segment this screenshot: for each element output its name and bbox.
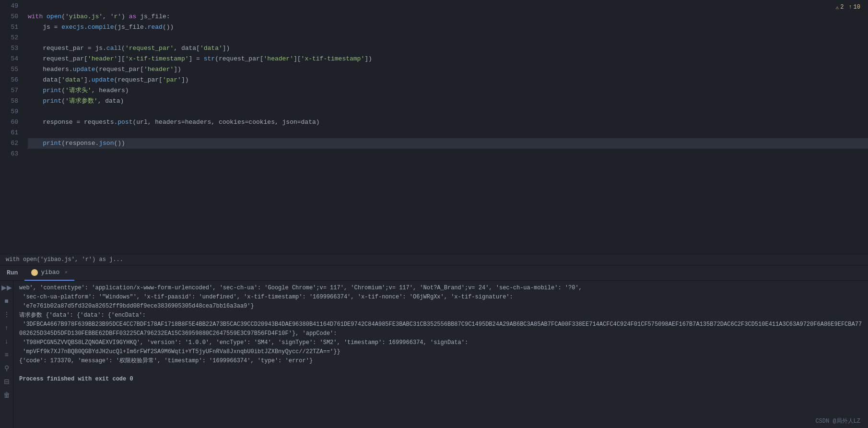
breadcrumb: with open('yibao.js', 'r') as j... (0, 254, 868, 265)
console-line-10: Process finished with exit code 0 (19, 375, 862, 384)
console-line-1: web', 'contenttype': 'application/x-www-… (19, 284, 862, 293)
line-numbers: 49 50 51 52 53 54 55 56 57 58 59 60 61 6… (0, 0, 24, 254)
code-line-58: print('请求参数', data) (28, 96, 868, 107)
code-line-49 (28, 1, 868, 12)
trash-button[interactable]: 🗑 (2, 390, 11, 400)
arrow-count: ↑ 10 (848, 4, 860, 11)
console-line-9 (19, 366, 862, 375)
code-content[interactable]: with open('yibao.js', 'r') as js_file: j… (24, 0, 868, 254)
play-button[interactable]: ▶▶ (0, 283, 13, 292)
line-num-62: 62 (0, 138, 18, 149)
warnings-badge: ⚠ 2 ↑ 10 (836, 4, 860, 11)
console-line-2: 'sec-ch-ua-platform': '"Windows"', 'x-ti… (19, 293, 862, 302)
line-num-59: 59 (0, 107, 18, 117)
tab-run-icon (31, 269, 38, 276)
lines-button[interactable]: ≡ (3, 350, 9, 359)
console-output[interactable]: web', 'contenttype': 'application/x-www-… (13, 281, 868, 428)
arrow-down-button[interactable]: ↓ (4, 336, 9, 346)
line-num-55: 55 (0, 64, 18, 75)
console-line-8: {'code': 173370, 'message': '权限校验异常', 't… (19, 357, 862, 366)
line-num-51: 51 (0, 22, 18, 33)
bottom-panel: Run yibao × ▶▶ ■ ⋮ ↑ ↓ ≡ ⚲ ⊟ 🗑 web', 'co… (0, 265, 868, 428)
line-num-60: 60 (0, 117, 18, 128)
code-line-53: request_par = js.call('request_par', dat… (28, 43, 868, 54)
tab-yibao[interactable]: yibao × (24, 265, 74, 281)
console-line-3: 'e7e761b02a87d5fd320a82652ff9bdd08f9ece3… (19, 302, 862, 311)
attribution: CSDN @局外人LZ (815, 417, 860, 425)
panel-tabs: Run yibao × (0, 265, 868, 281)
arrow-number: 10 (854, 4, 860, 11)
console-line-7: 'mpVFf9k7XJ7nBQB0QGBYdJH2ucQl+Im6rFWf2SA… (19, 347, 862, 357)
code-line-59 (28, 107, 868, 117)
tab-yibao-label: yibao (41, 269, 59, 276)
line-num-50: 50 (0, 12, 18, 22)
console-line-6: 'T98HPCGN5ZVVQBS8LZQNOAEXVI9GYHKQ', 'ver… (19, 338, 862, 347)
code-line-57: print('请求头', headers) (28, 85, 868, 96)
panel-body: ▶▶ ■ ⋮ ↑ ↓ ≡ ⚲ ⊟ 🗑 web', 'contenttype': … (0, 281, 868, 428)
code-line-50: with open('yibao.js', 'r') as js_file: (28, 12, 868, 22)
line-num-52: 52 (0, 33, 18, 43)
console-line-5: '3DFBCA4667B978F639BB23B95DCE4CC7BDF178A… (19, 320, 862, 338)
console-line-4: 请求参数 {'data': {'data': {'encData': (19, 311, 862, 320)
editor-area: ⚠ 2 ↑ 10 49 50 51 52 53 54 55 56 57 58 5… (0, 0, 868, 265)
warning-number: 2 (840, 4, 844, 11)
menu-button[interactable]: ⋮ (2, 309, 11, 319)
code-line-54: request_par['header']['x-tif-timestamp']… (28, 54, 868, 64)
line-num-53: 53 (0, 43, 18, 54)
arrow-up-button[interactable]: ↑ (4, 323, 9, 333)
line-num-49: 49 (0, 1, 18, 12)
line-num-56: 56 (0, 75, 18, 85)
code-line-55: headers.update(request_par['header']) (28, 64, 868, 75)
filter-button[interactable]: ⊟ (3, 377, 11, 386)
code-container: 49 50 51 52 53 54 55 56 57 58 59 60 61 6… (0, 0, 868, 254)
line-num-54: 54 (0, 54, 18, 64)
line-num-58: 58 (0, 96, 18, 107)
line-num-63: 63 (0, 149, 18, 159)
warning-icon: ⚠ (836, 4, 839, 11)
stop-button[interactable]: ■ (3, 296, 9, 306)
panel-side-icons: ▶▶ ■ ⋮ ↑ ↓ ≡ ⚲ ⊟ 🗑 (0, 281, 13, 428)
line-num-57: 57 (0, 85, 18, 96)
code-line-51: js = execjs.compile(js_file.read()) (28, 22, 868, 33)
code-line-56: data['data'].update(request_par['par']) (28, 75, 868, 85)
tab-close-button[interactable]: × (64, 270, 68, 275)
code-line-63 (28, 149, 868, 159)
code-line-61 (28, 128, 868, 138)
code-line-60: response = requests.post(url, headers=he… (28, 117, 868, 128)
code-line-62: print(response.json()) (28, 138, 868, 149)
line-num-61: 61 (0, 128, 18, 138)
warning-count: ⚠ 2 (836, 4, 844, 11)
code-line-52 (28, 33, 868, 43)
pin-button[interactable]: ⚲ (3, 363, 10, 373)
arrow-icon: ↑ (848, 4, 852, 11)
run-label: Run (0, 265, 24, 281)
